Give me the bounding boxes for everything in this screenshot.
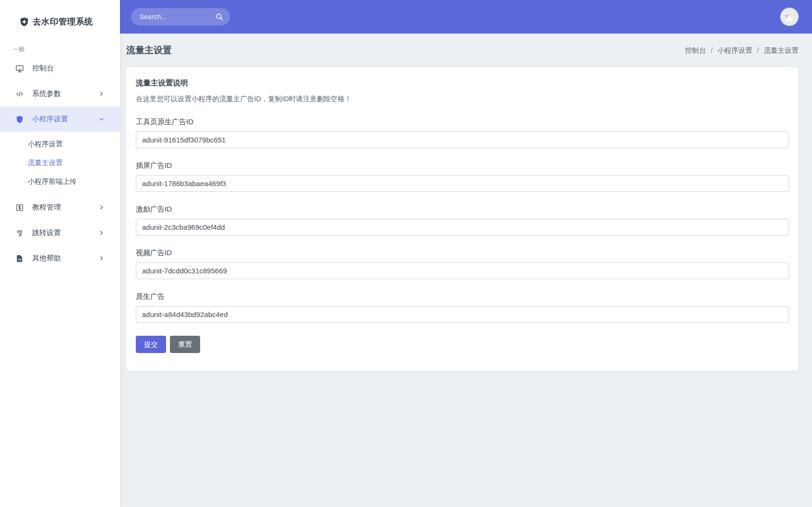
sidebar-item-tutorial-management[interactable]: 教程管理 — [0, 195, 120, 220]
card-description: 在这里您可以设置小程序的流量主广告ID，复制ID时请注意删除空格！ — [136, 94, 789, 104]
field-label: 原生广告 — [136, 292, 789, 301]
video-ad-input[interactable] — [136, 262, 789, 279]
search-icon[interactable] — [215, 12, 224, 21]
chevron-right-icon — [98, 204, 105, 211]
dollar-square-icon — [15, 203, 24, 212]
sidebar-item-system-params[interactable]: 系统参数 — [0, 81, 120, 106]
sidebar-item-jump-settings[interactable]: 跳转设置 — [0, 220, 120, 246]
card-heading: 流量主设置说明 — [136, 78, 789, 88]
sidebar-item-other-help[interactable]: 其他帮助 — [0, 246, 120, 271]
form-actions: 提交 重置 — [136, 336, 789, 353]
chevron-right-icon — [98, 255, 105, 261]
sidebar-item-label: 控制台 — [32, 64, 54, 73]
page-header: 流量主设置 控制台 / 小程序设置 / 流量主设置 — [120, 34, 812, 67]
avatar[interactable] — [780, 8, 799, 26]
tool-page-native-ad-input[interactable] — [136, 131, 789, 148]
breadcrumb: 控制台 / 小程序设置 / 流量主设置 — [685, 46, 799, 55]
field-native-ad: 原生广告 — [136, 292, 789, 323]
chevron-down-icon — [98, 116, 105, 122]
search-box — [131, 8, 230, 25]
field-label: 插屏广告ID — [136, 161, 789, 170]
submenu-item-frontend-upload[interactable]: 小程序前端上传 — [0, 172, 120, 191]
code-icon — [15, 90, 24, 98]
sidebar-item-console[interactable]: 控制台 — [0, 56, 120, 81]
sidebar: 去水印管理系统 一般 控制台 系统参数 — [0, 0, 120, 507]
shield-icon — [15, 115, 24, 124]
chevron-right-icon — [98, 91, 105, 97]
sidebar-section-label: 一般 — [0, 37, 120, 56]
reward-ad-input[interactable] — [136, 219, 789, 236]
breadcrumb-item-current: 流量主设置 — [764, 46, 799, 55]
file-code-icon — [15, 254, 24, 263]
breadcrumb-separator: / — [757, 47, 759, 54]
breadcrumb-separator: / — [711, 47, 713, 54]
field-tool-page-native-ad: 工具页原生广告ID — [136, 118, 789, 148]
sidebar-item-label: 其他帮助 — [32, 254, 61, 263]
field-label: 激励广告ID — [136, 205, 789, 214]
sidebar-item-label: 教程管理 — [32, 203, 61, 212]
app-root: 去水印管理系统 一般 控制台 系统参数 — [0, 0, 812, 507]
interstitial-ad-input[interactable] — [136, 175, 789, 192]
field-reward-ad: 激励广告ID — [136, 205, 789, 236]
logo[interactable]: 去水印管理系统 — [0, 0, 120, 37]
submenu-item-label: 流量主设置 — [28, 158, 63, 167]
sidebar-item-label: 跳转设置 — [32, 228, 61, 237]
field-label: 视频广告ID — [136, 248, 789, 258]
sidebar-nav: 控制台 系统参数 小程序设置 — [0, 56, 120, 271]
fingerprint-icon — [15, 229, 24, 237]
breadcrumb-item-console[interactable]: 控制台 — [685, 46, 706, 55]
sidebar-item-miniprogram-settings[interactable]: 小程序设置 — [0, 106, 120, 132]
submenu-item-label: 小程序设置 — [28, 140, 63, 149]
field-video-ad: 视频广告ID — [136, 248, 789, 279]
native-ad-input[interactable] — [136, 306, 789, 323]
submit-button[interactable]: 提交 — [136, 336, 166, 353]
submenu-item-miniprogram-settings[interactable]: 小程序设置 — [0, 135, 120, 153]
traffic-settings-card: 流量主设置说明 在这里您可以设置小程序的流量主广告ID，复制ID时请注意删除空格… — [126, 67, 799, 371]
sidebar-submenu: 小程序设置 流量主设置 小程序前端上传 — [0, 132, 120, 195]
field-interstitial-ad: 插屏广告ID — [136, 161, 789, 192]
logo-shield-icon — [19, 17, 29, 27]
sidebar-item-label: 系统参数 — [32, 89, 61, 98]
submenu-item-label: 小程序前端上传 — [28, 177, 77, 186]
app-title: 去水印管理系统 — [33, 16, 93, 27]
desktop-icon — [15, 64, 24, 73]
page-title: 流量主设置 — [126, 44, 172, 57]
submenu-item-traffic-settings[interactable]: 流量主设置 — [0, 153, 120, 172]
chevron-right-icon — [98, 230, 105, 236]
field-label: 工具页原生广告ID — [136, 118, 789, 127]
main-area: 流量主设置 控制台 / 小程序设置 / 流量主设置 流量主设置说明 在这里您可以… — [120, 0, 812, 507]
sidebar-item-label: 小程序设置 — [32, 115, 68, 124]
reset-button[interactable]: 重置 — [170, 336, 200, 353]
topbar — [120, 0, 812, 34]
breadcrumb-item-miniprogram-settings[interactable]: 小程序设置 — [717, 46, 752, 55]
